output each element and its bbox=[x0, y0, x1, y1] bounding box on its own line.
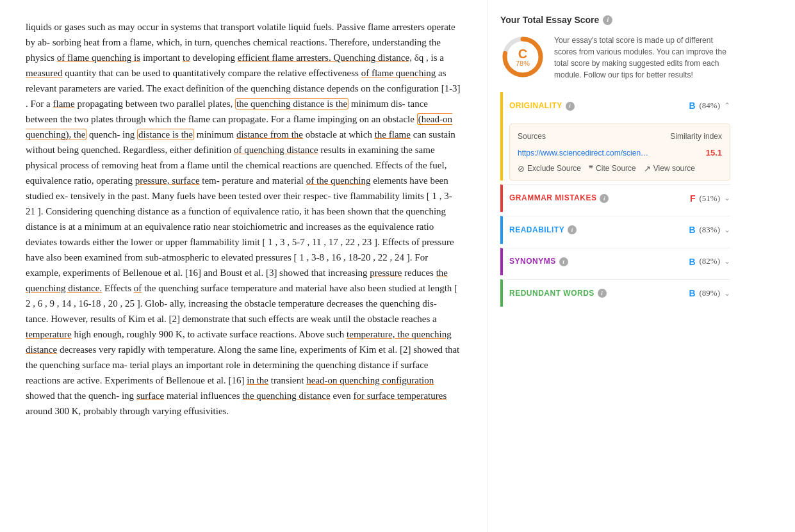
score-letter: C bbox=[516, 47, 530, 60]
sources-panel: Sources Similarity index https://www.sci… bbox=[509, 124, 730, 181]
originality-row[interactable]: ORIGINALITY i B (84%) ⌃ bbox=[509, 92, 730, 119]
score-title: Your Total Essay Score i bbox=[500, 13, 730, 27]
highlight-18: temperature bbox=[26, 329, 72, 339]
score-card: C 78% Your essay's total score is made u… bbox=[500, 35, 730, 81]
essay-text: liquids or gases such as may occur in sy… bbox=[26, 19, 461, 419]
highlight-9: distance is the bbox=[137, 129, 194, 140]
highlight-13: pressure, surface bbox=[135, 175, 200, 186]
score-pct: 78% bbox=[516, 60, 530, 67]
highlight-7: the quenching distance is the bbox=[235, 98, 348, 109]
synonyms-module: SYNONYMS i B (82%) ⌄ bbox=[500, 248, 730, 275]
redundant-info-icon[interactable]: i bbox=[598, 289, 607, 298]
redundant-grade: B bbox=[689, 286, 695, 300]
source-url[interactable]: https://www.sciencedirect.com/science/ar… bbox=[518, 147, 652, 159]
readability-chevron[interactable]: ⌄ bbox=[724, 224, 730, 236]
score-donut: C 78% bbox=[500, 35, 545, 79]
grammar-row[interactable]: GRAMMAR MISTAKES i F (51%) ⌄ bbox=[509, 185, 730, 212]
highlight-4: measured bbox=[26, 68, 62, 78]
originality-info-icon[interactable]: i bbox=[566, 102, 575, 111]
similarity-value: 15.1 bbox=[706, 147, 722, 160]
originality-module: ORIGINALITY i B (84%) ⌃ Sources Similari… bbox=[500, 92, 730, 180]
score-description: Your essay's total score is made up of d… bbox=[554, 35, 730, 81]
grammar-label: GRAMMAR MISTAKES i bbox=[509, 192, 609, 204]
synonyms-grade: B bbox=[689, 255, 695, 269]
readability-pct: (83%) bbox=[700, 223, 721, 237]
redundant-row[interactable]: REDUNDANT WORDS i B (89%) ⌄ bbox=[509, 280, 730, 307]
grammar-grade: F bbox=[690, 191, 696, 206]
highlight-22: surface bbox=[136, 391, 164, 401]
sidebar: Your Total Essay Score i C bbox=[487, 0, 743, 532]
highlight-1: of flame quenching is bbox=[57, 52, 140, 63]
redundant-label: REDUNDANT WORDS i bbox=[509, 287, 607, 300]
grammar-module: GRAMMAR MISTAKES i F (51%) ⌄ bbox=[500, 184, 730, 212]
highlight-5: of flame quenching bbox=[361, 68, 436, 78]
redundant-pct: (89%) bbox=[700, 287, 721, 300]
originality-grade: B bbox=[689, 99, 695, 113]
readability-module: READABILITY i B (83%) ⌄ bbox=[500, 216, 730, 243]
highlight-11: the flame bbox=[375, 129, 411, 140]
originality-label: ORIGINALITY i bbox=[509, 100, 575, 112]
cite-icon: ❞ bbox=[589, 164, 593, 173]
score-title-text: Your Total Essay Score bbox=[500, 13, 599, 27]
cite-source-button[interactable]: ❞ Cite Source bbox=[589, 164, 636, 173]
highlight-15: pressure bbox=[370, 268, 402, 278]
score-info-icon[interactable]: i bbox=[603, 15, 612, 25]
grammar-pct: (51%) bbox=[700, 192, 721, 206]
highlight-21: head-on quenching configuration bbox=[306, 375, 434, 385]
source-actions: ⊘ Exclude Source ❞ Cite Source ↗ View so… bbox=[518, 164, 722, 173]
highlight-17: of bbox=[134, 283, 142, 293]
originality-pct: (84%) bbox=[700, 99, 721, 113]
highlight-23: the quenching distance bbox=[242, 391, 330, 401]
highlight-12: of quenching distance bbox=[234, 145, 318, 155]
view-source-button[interactable]: ↗ View source bbox=[644, 164, 695, 173]
highlight-19: temperature, the quenching distance bbox=[26, 329, 452, 355]
sources-label: Sources bbox=[518, 131, 546, 143]
similarity-label: Similarity index bbox=[670, 131, 722, 143]
highlight-3: efficient flame arresters. Quenching dis… bbox=[238, 52, 412, 63]
redundant-module: REDUNDANT WORDS i B (89%) ⌄ bbox=[500, 279, 730, 307]
readability-grade: B bbox=[689, 223, 695, 237]
main-content: liquids or gases such as may occur in sy… bbox=[0, 0, 487, 532]
highlight-14: of the quenching bbox=[306, 175, 371, 186]
exclude-source-button[interactable]: ⊘ Exclude Source bbox=[518, 164, 581, 173]
synonyms-row[interactable]: SYNONYMS i B (82%) ⌄ bbox=[509, 248, 730, 275]
highlight-20: in the bbox=[247, 375, 268, 385]
originality-chevron[interactable]: ⌃ bbox=[724, 100, 730, 112]
view-icon: ↗ bbox=[644, 164, 651, 173]
highlight-24: for surface temperatures bbox=[354, 391, 447, 401]
grammar-chevron[interactable]: ⌄ bbox=[724, 192, 730, 204]
synonyms-info-icon[interactable]: i bbox=[559, 257, 568, 266]
highlight-6: flame bbox=[53, 99, 75, 109]
score-section: Your Total Essay Score i C bbox=[500, 13, 730, 81]
readability-row[interactable]: READABILITY i B (83%) ⌄ bbox=[509, 216, 730, 243]
highlight-2: to bbox=[183, 52, 190, 63]
readability-label: READABILITY i bbox=[509, 224, 577, 236]
highlight-10: distance from the bbox=[236, 129, 303, 140]
redundant-chevron[interactable]: ⌄ bbox=[724, 287, 730, 300]
readability-info-icon[interactable]: i bbox=[568, 225, 577, 234]
synonyms-pct: (82%) bbox=[700, 255, 721, 268]
exclude-icon: ⊘ bbox=[518, 164, 525, 173]
grammar-info-icon[interactable]: i bbox=[600, 194, 609, 203]
synonyms-label: SYNONYMS i bbox=[509, 255, 568, 268]
synonyms-chevron[interactable]: ⌄ bbox=[724, 255, 730, 268]
